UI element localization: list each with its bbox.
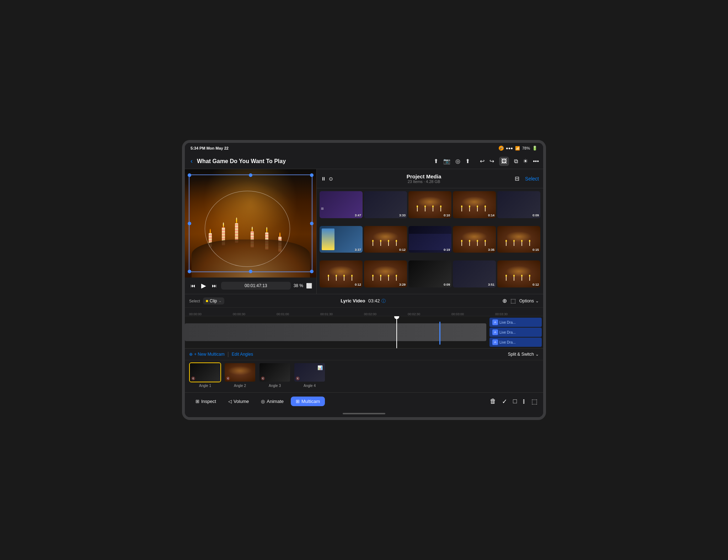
media-pause-button[interactable]: ⏸: [321, 176, 326, 182]
angle-clip-1[interactable]: 🔇Angle 1: [189, 362, 221, 390]
brightness-icon[interactable]: ☀: [523, 158, 528, 165]
ruler-mark: 00:01:00: [277, 312, 320, 316]
media-item[interactable]: 0:09Birthday...se 2.1 rev: [408, 260, 451, 287]
media-thumbnail[interactable]: 3:51: [453, 260, 496, 287]
layers-icon[interactable]: ⧉: [514, 158, 518, 165]
undo-icon[interactable]: ↩: [480, 158, 485, 165]
media-item[interactable]: 0:14Birthday...ke Clip 9: [453, 191, 496, 218]
options-button[interactable]: Options ⌄: [519, 298, 539, 303]
media-item[interactable]: 3:33iPhone -...ide Angle: [364, 191, 407, 218]
audio-tool-icon[interactable]: ⬚: [510, 297, 516, 304]
media-thumbnail[interactable]: 0:12: [320, 260, 363, 287]
volume-icon: ◁: [228, 399, 232, 404]
home-bar: [343, 413, 385, 414]
animate-button[interactable]: ◎ Animate: [256, 397, 289, 406]
media-thumbnail[interactable]: 0:14: [453, 191, 496, 218]
media-thumbnail[interactable]: 0:12: [497, 260, 540, 287]
media-item[interactable]: 0:15Birthda...rev long: [497, 226, 540, 253]
media-thumbnail[interactable]: 0:10: [408, 191, 451, 218]
split-switch-button[interactable]: Split & Switch ⌄: [508, 352, 539, 357]
project-title: What Game Do You Want To Play: [197, 158, 431, 165]
side-clip[interactable]: ALive Dra...: [489, 338, 542, 347]
square-icon[interactable]: □: [513, 398, 517, 405]
ruler-mark: 00:00:00: [189, 312, 233, 316]
media-item[interactable]: 0:19Crowd noise: [408, 226, 451, 253]
nav-actions: ⬆ 📷 ◎ ⬆: [434, 158, 470, 165]
media-item[interactable]: 0:12Birthday...elapse 1: [364, 226, 407, 253]
skip-back-button[interactable]: ⏮: [189, 281, 197, 290]
media-duration: 0:09: [444, 283, 450, 286]
media-item[interactable]: 0:09Birthday...lapse 2: [497, 191, 540, 218]
media-thumbnail[interactable]: 0:19: [408, 226, 451, 253]
aspect-ratio-button[interactable]: ⬜: [306, 283, 312, 289]
media-thumbnail[interactable]: 0:09: [497, 191, 540, 218]
media-thumbnail[interactable]: 0:09: [408, 260, 451, 287]
timeline-tracks[interactable]: ALive Dra...ALive Dra...ALive Dra...: [185, 316, 543, 348]
inspect-button[interactable]: ⊞ Inspect: [191, 397, 221, 406]
media-thumbnail[interactable]: 3:37: [320, 226, 363, 253]
photo-library-icon[interactable]: 🖼: [499, 157, 509, 166]
split-vertical-icon[interactable]: ⫿: [523, 398, 526, 405]
split-chevron-icon: ⌄: [535, 352, 539, 357]
side-clip[interactable]: ALive Dra...: [489, 318, 542, 327]
camera-icon[interactable]: 📷: [443, 158, 450, 165]
media-filter-icon[interactable]: ⊙: [329, 176, 333, 182]
media-duration: 0:14: [488, 214, 494, 217]
device-frame: 5:34 PM Mon May 22 🎤 ●●● 📶 78% 🔋 ‹ What …: [182, 140, 546, 420]
animate-label: Animate: [267, 399, 284, 404]
media-item[interactable]: 3:47⊞Full Performance: [320, 191, 363, 218]
multicam-button[interactable]: ⊞ Multicam: [291, 397, 325, 406]
new-multicam-button[interactable]: ⊕ + New Multicam: [189, 352, 225, 357]
clip-selector[interactable]: ■ Clip ⌄: [203, 297, 224, 305]
grid-toggle-icon[interactable]: ⊟: [515, 175, 519, 182]
edit-angles-button[interactable]: Edit Angles: [232, 352, 253, 357]
delete-icon[interactable]: 🗑: [490, 398, 496, 405]
multicam-tool-icon[interactable]: ⊕: [502, 297, 507, 304]
media-thumbnail[interactable]: 0:12: [364, 226, 407, 253]
media-item[interactable]: 3:51iPhone -...ide Angle: [453, 260, 496, 287]
upload-icon[interactable]: ⬆: [434, 158, 438, 165]
side-clip-icon: A: [492, 339, 498, 345]
media-item[interactable]: 3:29Birthday...ke Shot 1: [364, 260, 407, 287]
media-select-button[interactable]: Select: [525, 176, 539, 182]
media-item[interactable]: 3:372nd May...t To Play: [320, 226, 363, 253]
playhead-head: [394, 316, 399, 319]
main-track: [185, 323, 486, 341]
video-preview: [185, 169, 316, 278]
media-item[interactable]: 0:12Birthday...e Clip 10: [497, 260, 540, 287]
angle-thumbnail-3: 🔇: [259, 362, 291, 382]
back-button[interactable]: ‹: [189, 156, 194, 166]
battery-percent: 78%: [522, 146, 530, 150]
playhead[interactable]: [396, 316, 397, 348]
project-info-icon[interactable]: ⓘ: [381, 298, 386, 303]
more-icon[interactable]: •••: [533, 158, 539, 165]
angle-clip-2[interactable]: 🔇Angle 2: [224, 362, 256, 390]
angle-clip-4[interactable]: 🔇📊Angle 4: [294, 362, 326, 390]
side-clip[interactable]: ALive Dra...: [489, 328, 542, 337]
pin-icon[interactable]: ◎: [455, 158, 460, 165]
play-button[interactable]: ▶: [200, 280, 208, 291]
status-time: 5:34 PM Mon May 22: [191, 146, 229, 150]
angle-clip-3[interactable]: 🔇Angle 3: [259, 362, 291, 390]
circle-overlay: [205, 191, 290, 267]
media-thumbnail[interactable]: 3:29: [364, 260, 407, 287]
skip-forward-button[interactable]: ⏭: [210, 281, 218, 290]
bottom-toolbar: ⊞ Inspect ◁ Volume ◎ Animate ⊞ Multicam …: [185, 392, 543, 410]
media-thumbnail[interactable]: 3:35: [453, 226, 496, 253]
redo-icon[interactable]: ↪: [489, 158, 494, 165]
media-item[interactable]: 0:12Birthday...se 1.1 rev: [320, 260, 363, 287]
animate-icon: ◎: [261, 399, 265, 404]
media-thumbnail[interactable]: 3:47⊞: [320, 191, 363, 218]
media-duration: 3:47: [355, 214, 361, 217]
split-horizontal-icon[interactable]: ⬚: [531, 398, 537, 405]
media-item[interactable]: 0:10Birthday...ke Clip 8: [408, 191, 451, 218]
checkmark-icon[interactable]: ✓: [502, 398, 507, 405]
multicam-label: Multicam: [301, 399, 320, 404]
volume-button[interactable]: ◁ Volume: [223, 397, 254, 406]
share-icon[interactable]: ⬆: [465, 158, 470, 165]
mute-icon: 🔇: [226, 377, 230, 380]
media-thumbnail[interactable]: 3:33: [364, 191, 407, 218]
media-thumbnail[interactable]: 0:15: [497, 226, 540, 253]
media-item[interactable]: 3:35Birthday...Shot 2.2: [453, 226, 496, 253]
ruler-mark: 00:02:30: [408, 312, 451, 316]
